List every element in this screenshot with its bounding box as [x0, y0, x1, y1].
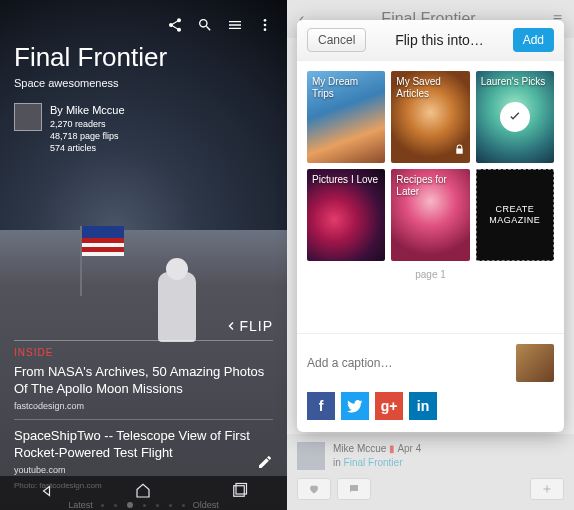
- author-block[interactable]: By Mike Mccue 2,270 readers 48,718 page …: [14, 103, 273, 154]
- lock-icon: [454, 144, 465, 158]
- recents-icon[interactable]: [230, 482, 248, 504]
- magazine-tile-selected[interactable]: Lauren's Picks: [476, 71, 554, 163]
- check-icon: [500, 102, 530, 132]
- facebook-icon[interactable]: f: [307, 392, 335, 420]
- menu-icon[interactable]: [227, 17, 243, 33]
- flips-count: 48,718 page flips: [50, 130, 125, 142]
- article-thumbnail: [516, 344, 554, 382]
- comment-button: [337, 478, 371, 500]
- create-magazine-tile[interactable]: CREATE MAGAZINE: [476, 169, 554, 261]
- modal-title: Flip this into…: [395, 32, 484, 48]
- magazine-tile[interactable]: My Dream Trips: [307, 71, 385, 163]
- article-title: From NASA's Archives, 50 Amazing Photos …: [14, 364, 273, 398]
- chevron-left-icon: [225, 320, 237, 332]
- add-button: [530, 478, 564, 500]
- flip-into-modal: Cancel Flip this into… Add My Dream Trip…: [297, 20, 564, 432]
- magazine-tile[interactable]: Pictures I Love: [307, 169, 385, 261]
- magazine-title: Final Frontier: [14, 42, 273, 73]
- article-title: SpaceShipTwo -- Telescope View of First …: [14, 428, 273, 462]
- android-nav-bar: [0, 476, 287, 510]
- author-name: By Mike Mccue: [50, 103, 125, 118]
- googleplus-icon[interactable]: g+: [375, 392, 403, 420]
- home-icon[interactable]: [134, 482, 152, 504]
- linkedin-icon[interactable]: in: [409, 392, 437, 420]
- avatar: [14, 103, 42, 131]
- flip-into-screen: ‹ Final Frontier ≡ Mike Mccue ▮ Apr 4 in…: [287, 0, 574, 510]
- overflow-icon[interactable]: [257, 17, 273, 33]
- articles-count: 574 articles: [50, 142, 125, 154]
- back-icon[interactable]: [39, 482, 57, 504]
- magazine-subtitle: Space awesomeness: [14, 77, 273, 89]
- twitter-icon[interactable]: [341, 392, 369, 420]
- flip-button[interactable]: FLIP: [225, 318, 273, 334]
- article-source: youtube.com: [14, 465, 273, 475]
- compose-icon[interactable]: [257, 454, 273, 470]
- svg-point-1: [264, 24, 267, 27]
- svg-point-2: [264, 28, 267, 31]
- article-source: fastcodesign.com: [14, 401, 273, 411]
- magazine-cover-screen: Final Frontier Space awesomeness By Mike…: [0, 0, 287, 510]
- article-item[interactable]: From NASA's Archives, 50 Amazing Photos …: [14, 364, 273, 411]
- magazine-grid: My Dream Trips My Saved Articles Lauren'…: [297, 61, 564, 271]
- social-share-row: f g+ in: [297, 392, 564, 432]
- caption-input[interactable]: [307, 356, 508, 370]
- cancel-button[interactable]: Cancel: [307, 28, 366, 52]
- source-link: Final Frontier: [344, 457, 403, 468]
- pager-label: page 1: [297, 269, 564, 280]
- svg-point-0: [264, 19, 267, 22]
- search-icon[interactable]: [197, 17, 213, 33]
- top-toolbar: [14, 10, 273, 40]
- inside-section: INSIDE From NASA's Archives, 50 Amazing …: [14, 340, 273, 490]
- share-icon[interactable]: [167, 17, 183, 33]
- like-button: [297, 478, 331, 500]
- user-name: Mike Mccue: [333, 443, 386, 454]
- avatar: [297, 442, 325, 470]
- readers-count: 2,270 readers: [50, 118, 125, 130]
- inside-label: INSIDE: [14, 347, 273, 358]
- magazine-tile[interactable]: Recipes for Later: [391, 169, 469, 261]
- article-item[interactable]: SpaceShipTwo -- Telescope View of First …: [14, 428, 273, 475]
- add-button[interactable]: Add: [513, 28, 554, 52]
- svg-rect-4: [236, 484, 247, 495]
- magazine-tile[interactable]: My Saved Articles: [391, 71, 469, 163]
- svg-rect-3: [234, 486, 245, 497]
- post-date: Apr 4: [397, 443, 421, 454]
